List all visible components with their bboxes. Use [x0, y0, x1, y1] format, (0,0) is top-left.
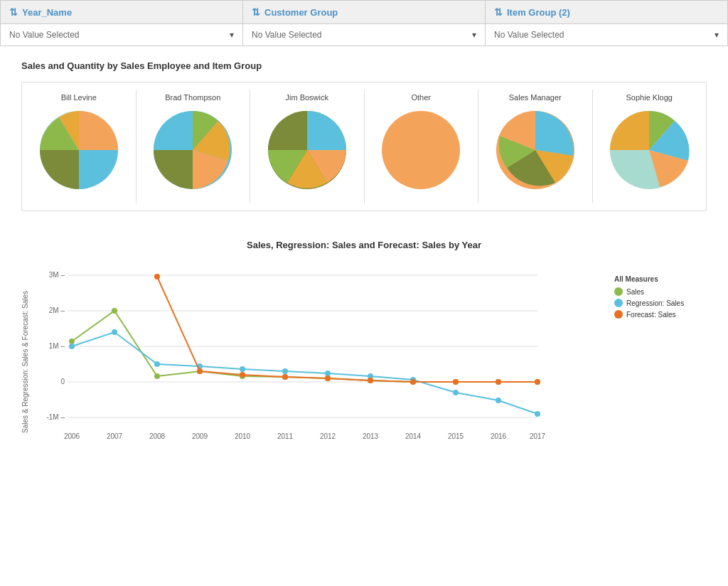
chevron-down-icon-year: ▾: [230, 30, 234, 40]
pie-sales-mgr: [493, 107, 578, 193]
svg-text:2014: 2014: [405, 432, 422, 440]
pie-charts-area: Bill Levine: [22, 82, 706, 211]
svg-text:2008: 2008: [149, 432, 166, 440]
svg-text:2007: 2007: [107, 432, 123, 440]
svg-point-52: [154, 274, 160, 279]
pie-column-jim: Jim Boswick: [250, 90, 365, 203]
svg-text:2013: 2013: [363, 432, 379, 440]
pie-column-brad: Brad Thompson: [136, 90, 251, 203]
pie-chart-container: Bill Levine: [21, 82, 707, 211]
svg-point-57: [368, 378, 373, 383]
pie-label-sales-mgr: Sales Manager: [509, 93, 562, 102]
svg-text:2010: 2010: [235, 432, 251, 440]
svg-point-42: [154, 361, 160, 367]
svg-point-61: [535, 379, 540, 385]
filter-bar: ⇅ Year_Name No Value Selected ▾ ⇅ Custom…: [0, 0, 728, 46]
svg-point-30: [154, 373, 160, 379]
svg-text:2016: 2016: [491, 432, 507, 440]
pie-column-bill: Bill Levine: [22, 90, 136, 203]
svg-point-50: [496, 398, 501, 403]
line-chart-title: Sales, Regression: Sales and Forecast: S…: [21, 240, 707, 250]
legend-line-sales: Sales: [614, 287, 707, 296]
svg-point-28: [69, 339, 75, 344]
svg-text:2009: 2009: [192, 432, 208, 440]
svg-point-51: [535, 411, 540, 417]
line-chart-area: 3M – 2M – 1M – 0 -1M – 2006 2007 2008 20…: [33, 261, 600, 462]
svg-point-53: [197, 368, 203, 374]
line-chart-svg: 3M – 2M – 1M – 0 -1M – 2006 2007 2008 20…: [33, 261, 552, 460]
filter-item-group: ⇅ Item Group (2) No Value Selected ▾: [486, 1, 727, 46]
main-content: Sales and Quantity by Sales Employee and…: [0, 46, 728, 476]
legend-label-regression: Regression: Sales: [626, 299, 684, 307]
svg-point-29: [112, 308, 117, 314]
svg-text:2M –: 2M –: [49, 307, 65, 314]
svg-point-60: [496, 379, 501, 385]
filter-title-customer: Customer Group: [264, 7, 338, 18]
filter-value-year: No Value Selected: [9, 30, 80, 40]
svg-text:-1M –: -1M –: [46, 413, 65, 421]
pie-column-sales-mgr: Sales Manager: [478, 90, 593, 203]
pie-label-other: Other: [411, 93, 431, 102]
chevron-down-icon-item: ▾: [714, 30, 719, 40]
line-legend-title: All Measures: [614, 275, 707, 283]
pie-other: [378, 107, 464, 193]
svg-point-54: [240, 372, 245, 378]
filter-select-year[interactable]: No Value Selected ▾: [1, 24, 242, 46]
line-chart-legend: All Measures Sales Regression: Sales For…: [614, 261, 707, 462]
pie-sophie: [606, 107, 692, 193]
svg-point-55: [282, 374, 288, 380]
filter-value-customer: No Value Selected: [252, 30, 322, 40]
legend-dot-regression: [614, 299, 623, 307]
svg-text:2015: 2015: [448, 432, 464, 440]
pie-brad: [150, 107, 235, 193]
legend-dot-forecast: [614, 310, 623, 319]
svg-text:0: 0: [60, 378, 65, 385]
svg-point-41: [112, 329, 117, 335]
svg-point-49: [453, 390, 459, 395]
filter-year-name: ⇅ Year_Name No Value Selected ▾: [1, 1, 243, 46]
pie-label-sophie: Sophie Klogg: [626, 93, 673, 102]
pie-label-jim: Jim Boswick: [285, 93, 328, 102]
svg-point-58: [410, 379, 416, 385]
legend-line-forecast: Forecast: Sales: [614, 310, 707, 319]
svg-point-44: [240, 366, 245, 372]
filter-value-item: No Value Selected: [494, 30, 564, 40]
svg-text:2012: 2012: [320, 432, 336, 440]
svg-text:2011: 2011: [277, 432, 294, 440]
filter-customer-group: ⇅ Customer Group No Value Selected ▾: [243, 1, 486, 46]
sort-icon-customer: ⇅: [252, 6, 260, 18]
filter-title-year: Year_Name: [22, 7, 72, 18]
sort-icon-item: ⇅: [494, 6, 503, 18]
legend-line-regression: Regression: Sales: [614, 299, 707, 307]
svg-point-45: [282, 368, 288, 374]
pie-column-other: Other: [365, 90, 479, 203]
legend-dot-sales: [614, 287, 623, 296]
filter-title-item: Item Group (2): [507, 7, 570, 18]
pie-label-brad: Brad Thompson: [165, 93, 220, 102]
svg-point-3: [382, 111, 460, 189]
pie-label-bill: Bill Levine: [61, 93, 97, 102]
svg-point-59: [453, 379, 459, 385]
pie-column-sophie: Sophie Klogg: [593, 90, 707, 203]
pie-jim: [264, 107, 350, 193]
svg-point-40: [69, 343, 75, 349]
chevron-down-icon-customer: ▾: [472, 30, 476, 40]
legend-label-forecast: Forecast: Sales: [626, 311, 675, 319]
svg-text:3M –: 3M –: [49, 271, 65, 279]
filter-select-item[interactable]: No Value Selected ▾: [486, 24, 727, 46]
filter-select-customer[interactable]: No Value Selected ▾: [243, 24, 485, 46]
sort-icon-year: ⇅: [9, 6, 18, 18]
pie-chart-section: Sales and Quantity by Sales Employee and…: [21, 60, 707, 211]
line-chart-section: Sales, Regression: Sales and Forecast: S…: [21, 240, 707, 462]
svg-point-56: [325, 375, 331, 381]
legend-label-sales: Sales: [626, 288, 644, 296]
svg-text:1M –: 1M –: [49, 342, 65, 350]
svg-text:2017: 2017: [530, 432, 546, 440]
svg-text:2006: 2006: [64, 432, 80, 440]
pie-bill: [36, 107, 122, 193]
y-axis-label: Sales & Regression: Sales & Forecast: Sa…: [21, 261, 29, 462]
svg-point-46: [325, 371, 331, 376]
pie-chart-title: Sales and Quantity by Sales Employee and…: [21, 60, 707, 71]
